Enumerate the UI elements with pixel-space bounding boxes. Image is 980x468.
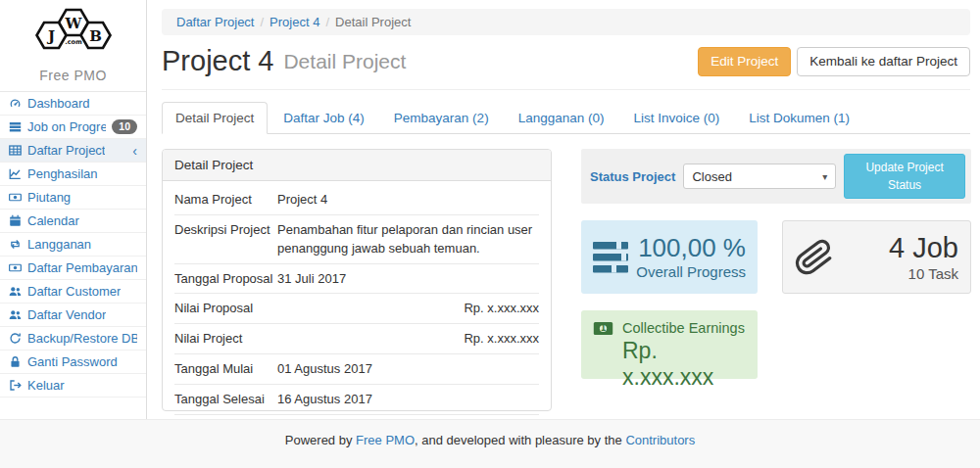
tab-detail-project[interactable]: Detail Project <box>162 102 268 134</box>
sidebar-item-ganti-password[interactable]: Ganti Password <box>0 351 146 374</box>
table-row: Tanggal Selesai 16 Agustus 2017 <box>174 385 539 415</box>
free-pmo-link[interactable]: Free PMO <box>356 433 415 447</box>
users-icon <box>9 308 22 321</box>
row-value: 16 Agustus 2017 <box>277 391 539 409</box>
breadcrumb-separator: / <box>319 15 335 29</box>
sidebar-item-langganan[interactable]: Langganan <box>0 233 146 257</box>
sidebar-item-label: Langganan <box>27 237 91 252</box>
table-row: Nama Project Project 4 <box>174 185 539 215</box>
row-value: 31 Juli 2017 <box>277 270 539 289</box>
row-value: 01 Agustus 2017 <box>277 360 539 379</box>
svg-text:1: 1 <box>601 324 607 333</box>
table-icon <box>9 144 22 157</box>
calendar-icon <box>9 214 22 227</box>
sidebar-item-penghasilan[interactable]: Penghasilan <box>0 163 146 186</box>
money-icon: 1 <box>593 321 613 336</box>
chevron-left-icon: ‹ <box>132 146 137 156</box>
footer-text: , and developed with pleasure by the <box>415 433 625 447</box>
sidebar-item-daftar-vendor[interactable]: Daftar Vendor <box>0 304 146 327</box>
job-count-value: 4 Job <box>838 232 958 264</box>
sidebar-item-label: Keluar <box>27 378 65 393</box>
detail-project-panel: Detail Project Nama Project Project 4 De… <box>162 149 552 411</box>
tab-bar: Detail Project Daftar Job (4) Pembayaran… <box>162 102 970 134</box>
sidebar-item-daftar-customer[interactable]: Daftar Customer <box>0 280 146 304</box>
row-label: Nama Project <box>174 191 277 210</box>
earnings-value: Rp. x.xxx.xxx <box>622 338 746 391</box>
page-title: Project 4 <box>162 45 273 77</box>
row-label: Tanggal Selesai <box>174 391 277 409</box>
line-chart-icon <box>9 167 22 180</box>
table-row: Nilai Project Rp. x.xxx.xxx <box>174 324 539 354</box>
svg-text:J: J <box>45 27 54 45</box>
sidebar-item-calendar[interactable]: Calendar <box>0 210 146 233</box>
sidebar-item-daftar-project[interactable]: Daftar Project ‹ <box>0 139 146 163</box>
collectible-earnings-box: 1 Collectibe Earnings Rp. x.xxx.xxx <box>581 310 758 379</box>
breadcrumb-separator: / <box>254 15 270 29</box>
tasks-icon <box>9 120 22 133</box>
contributors-link[interactable]: Contributors <box>625 433 695 447</box>
row-label: Tanggal Mulai <box>174 360 277 379</box>
earnings-caption: Collectibe Earnings <box>622 320 745 336</box>
row-label: Nilai Project <box>174 330 277 349</box>
sidebar-item-label: Backup/Restore DB <box>27 331 137 346</box>
overall-progress-box: 100,00 % Overall Progress <box>581 220 758 294</box>
sidebar-item-label: Job on Progress <box>27 119 106 134</box>
sidebar-nav: Dashboard Job on Progress 10 Daftar Proj… <box>0 91 146 398</box>
tab-list-dokumen[interactable]: List Dokumen (1) <box>735 102 863 134</box>
sidebar-item-label: Daftar Pembayaran <box>27 260 137 275</box>
table-row: Deskripsi Project Penambahan fitur pelap… <box>174 215 539 264</box>
page-header: Project 4 Detail Project Edit Project Ke… <box>162 45 970 90</box>
table-row: Nilai Proposal Rp. x.xxx.xxx <box>174 294 539 324</box>
sidebar-item-dashboard[interactable]: Dashboard <box>0 92 146 116</box>
update-project-status-button[interactable]: Update Project Status <box>844 154 965 199</box>
sidebar-item-daftar-pembayaran[interactable]: Daftar Pembayaran <box>0 257 146 280</box>
svg-text:.com: .com <box>65 38 82 46</box>
right-column: Status Project Closed ▾ Update Project S… <box>581 149 971 411</box>
users-icon <box>9 285 22 298</box>
status-select[interactable]: Closed ▾ <box>683 164 836 189</box>
tab-pembayaran[interactable]: Pembayaran (2) <box>380 102 503 134</box>
sidebar-item-keluar[interactable]: Keluar <box>0 374 146 398</box>
breadcrumb-current: Detail Project <box>335 15 411 29</box>
tab-langganan[interactable]: Langganan (0) <box>505 102 618 134</box>
sidebar-item-piutang[interactable]: Piutang <box>0 186 146 210</box>
breadcrumb-project-4[interactable]: Project 4 <box>270 15 319 29</box>
row-value: Project 4 <box>277 191 539 210</box>
sidebar-item-job-on-progress[interactable]: Job on Progress 10 <box>0 116 146 139</box>
refresh-icon <box>9 332 22 345</box>
status-project-label: Status Project <box>590 169 675 184</box>
job-count-badge: 10 <box>112 119 137 134</box>
sidebar-item-label: Calendar <box>27 213 79 228</box>
dropdown-arrow-icon: ▾ <box>822 171 827 182</box>
page: W J B .com Free PMO Dashboard Job on Pro… <box>0 0 980 468</box>
money-icon <box>9 261 22 274</box>
sidebar-item-label: Piutang <box>27 190 71 205</box>
task-count-caption: 10 Task <box>838 265 958 282</box>
breadcrumb-daftar-project[interactable]: Daftar Project <box>176 15 254 29</box>
status-selected-option: Closed <box>692 169 731 184</box>
tab-list-invoice[interactable]: List Invoice (0) <box>619 102 733 134</box>
jwb-logo-icon: W J B .com <box>26 6 121 61</box>
edit-project-button[interactable]: Edit Project <box>698 47 791 76</box>
sidebar-item-label: Ganti Password <box>27 354 118 369</box>
brand: W J B .com Free PMO <box>0 0 146 91</box>
retweet-icon <box>9 238 22 251</box>
back-to-project-list-button[interactable]: Kembali ke daftar Project <box>797 47 970 76</box>
row-label: Deskripsi Project <box>174 221 277 258</box>
panel-title: Detail Project <box>163 150 551 181</box>
job-count-box: 4 Job 10 Task <box>782 220 971 294</box>
dashboard-icon <box>9 97 22 110</box>
svg-text:B: B <box>89 27 102 45</box>
sign-out-icon <box>9 379 22 392</box>
footer-text: Powered by <box>285 433 356 447</box>
money-icon <box>9 191 22 204</box>
tab-daftar-job[interactable]: Daftar Job (4) <box>270 102 378 134</box>
overall-progress-value: 100,00 % <box>636 234 746 263</box>
sidebar-item-label: Daftar Project <box>27 143 105 158</box>
sidebar-item-backup-restore-db[interactable]: Backup/Restore DB <box>0 327 146 351</box>
page-subtitle: Detail Project <box>283 50 406 73</box>
svg-text:W: W <box>64 15 82 32</box>
paperclip-icon <box>795 235 838 280</box>
lock-icon <box>9 355 22 368</box>
breadcrumb: Daftar Project/Project 4/Detail Project <box>162 9 970 35</box>
